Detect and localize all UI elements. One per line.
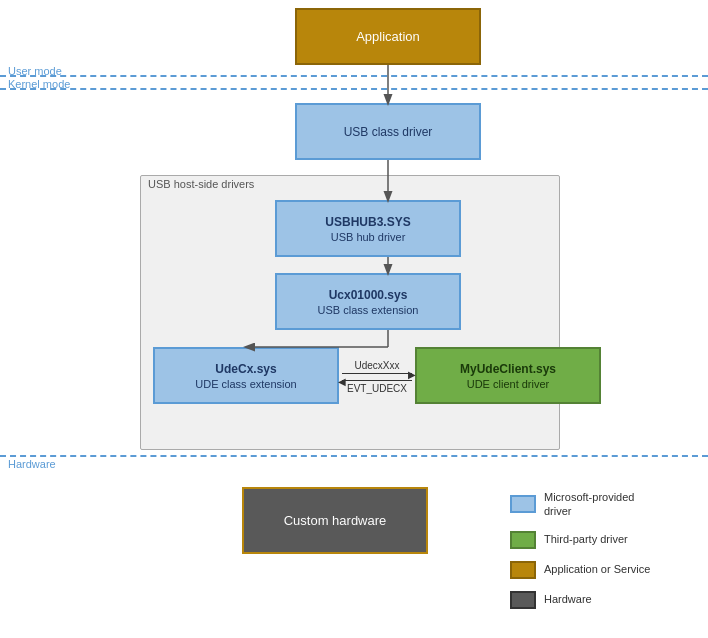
- kernel-mode-label: Kernel mode: [8, 78, 70, 90]
- legend-text-hardware: Hardware: [544, 592, 592, 606]
- ucx-title: Ucx01000.sys: [329, 288, 408, 302]
- usbhub-title: USBHUB3.SYS: [325, 215, 410, 229]
- host-side-label: USB host-side drivers: [148, 178, 254, 190]
- legend-color-microsoft: [510, 495, 536, 513]
- legend-item-microsoft: Microsoft-provideddriver: [510, 490, 650, 519]
- udecx-box: UdeCx.sys UDE class extension: [153, 347, 339, 404]
- arrow-line-top: ▶: [342, 373, 412, 374]
- ucx-subtitle: USB class extension: [318, 304, 419, 316]
- legend-color-appservice: [510, 561, 536, 579]
- arrow-label-bottom: EVT_UDECX: [347, 383, 407, 394]
- diagram-container: Application User mode Kernel mode USB cl…: [0, 0, 708, 638]
- usb-class-driver-box: USB class driver: [295, 103, 481, 160]
- hardware-label: Hardware: [8, 458, 56, 470]
- user-mode-label: User mode: [8, 65, 62, 77]
- custom-hardware-label: Custom hardware: [284, 513, 387, 528]
- myude-title: MyUdeClient.sys: [460, 362, 556, 376]
- usbhub-subtitle: USB hub driver: [331, 231, 406, 243]
- legend-color-thirdparty: [510, 531, 536, 549]
- user-mode-line: [0, 75, 708, 77]
- kernel-mode-line: [0, 88, 708, 90]
- udecx-subtitle: UDE class extension: [195, 378, 297, 390]
- usb-class-driver-label: USB class driver: [344, 125, 433, 139]
- ucx-box: Ucx01000.sys USB class extension: [275, 273, 461, 330]
- hardware-line: [0, 455, 708, 457]
- legend-item-appservice: Application or Service: [510, 561, 650, 579]
- arrow-line-bottom: ◀: [342, 380, 412, 381]
- udecx-title: UdeCx.sys: [215, 362, 276, 376]
- arrow-label-top: UdecxXxx: [354, 360, 399, 371]
- application-box: Application: [295, 8, 481, 65]
- legend-color-hardware: [510, 591, 536, 609]
- legend-text-appservice: Application or Service: [544, 562, 650, 576]
- legend-item-thirdparty: Third-party driver: [510, 531, 650, 549]
- myude-box: MyUdeClient.sys UDE client driver: [415, 347, 601, 404]
- custom-hardware-box: Custom hardware: [242, 487, 428, 554]
- legend-text-thirdparty: Third-party driver: [544, 532, 628, 546]
- arrow-area: UdecxXxx ▶ ◀ EVT_UDECX: [339, 360, 415, 394]
- legend-item-hardware: Hardware: [510, 591, 650, 609]
- application-label: Application: [356, 29, 420, 44]
- usbhub-box: USBHUB3.SYS USB hub driver: [275, 200, 461, 257]
- myude-subtitle: UDE client driver: [467, 378, 550, 390]
- legend-text-microsoft: Microsoft-provideddriver: [544, 490, 634, 519]
- legend: Microsoft-provideddriver Third-party dri…: [510, 490, 650, 609]
